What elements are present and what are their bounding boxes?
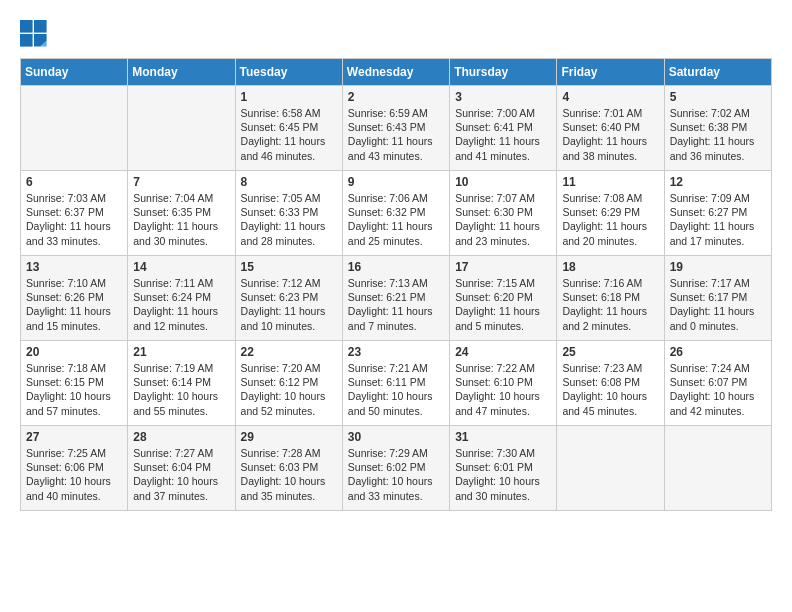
day-number: 23 [348,345,444,359]
calendar-cell: 26Sunrise: 7:24 AMSunset: 6:07 PMDayligh… [664,341,771,426]
day-number: 15 [241,260,337,274]
day-number: 27 [26,430,122,444]
cell-content: Daylight: 10 hours and 55 minutes. [133,389,229,417]
calendar-cell: 22Sunrise: 7:20 AMSunset: 6:12 PMDayligh… [235,341,342,426]
calendar-table: SundayMondayTuesdayWednesdayThursdayFrid… [20,58,772,511]
cell-content: Sunset: 6:32 PM [348,205,444,219]
calendar-cell: 25Sunrise: 7:23 AMSunset: 6:08 PMDayligh… [557,341,664,426]
cell-content: Sunset: 6:23 PM [241,290,337,304]
cell-content: Sunset: 6:41 PM [455,120,551,134]
calendar-cell: 15Sunrise: 7:12 AMSunset: 6:23 PMDayligh… [235,256,342,341]
cell-content: Sunset: 6:11 PM [348,375,444,389]
page-header [20,20,772,48]
cell-content: Daylight: 11 hours and 25 minutes. [348,219,444,247]
cell-content: Sunset: 6:35 PM [133,205,229,219]
cell-content: Sunrise: 7:19 AM [133,361,229,375]
calendar-cell: 6Sunrise: 7:03 AMSunset: 6:37 PMDaylight… [21,171,128,256]
cell-content: Sunrise: 7:03 AM [26,191,122,205]
day-header-sunday: Sunday [21,59,128,86]
cell-content: Daylight: 11 hours and 2 minutes. [562,304,658,332]
calendar-cell: 20Sunrise: 7:18 AMSunset: 6:15 PMDayligh… [21,341,128,426]
calendar-cell: 8Sunrise: 7:05 AMSunset: 6:33 PMDaylight… [235,171,342,256]
cell-content: Daylight: 10 hours and 45 minutes. [562,389,658,417]
week-row-1: 1Sunrise: 6:58 AMSunset: 6:45 PMDaylight… [21,86,772,171]
cell-content: Sunrise: 7:07 AM [455,191,551,205]
cell-content: Sunset: 6:04 PM [133,460,229,474]
week-row-2: 6Sunrise: 7:03 AMSunset: 6:37 PMDaylight… [21,171,772,256]
cell-content: Sunset: 6:33 PM [241,205,337,219]
cell-content: Sunset: 6:15 PM [26,375,122,389]
cell-content: Sunrise: 7:30 AM [455,446,551,460]
cell-content: Sunrise: 7:12 AM [241,276,337,290]
week-row-3: 13Sunrise: 7:10 AMSunset: 6:26 PMDayligh… [21,256,772,341]
calendar-cell: 13Sunrise: 7:10 AMSunset: 6:26 PMDayligh… [21,256,128,341]
calendar-cell: 1Sunrise: 6:58 AMSunset: 6:45 PMDaylight… [235,86,342,171]
logo-icon [20,20,48,48]
calendar-cell [21,86,128,171]
cell-content: Daylight: 11 hours and 0 minutes. [670,304,766,332]
day-number: 19 [670,260,766,274]
cell-content: Sunrise: 7:00 AM [455,106,551,120]
cell-content: Sunrise: 7:18 AM [26,361,122,375]
cell-content: Daylight: 11 hours and 10 minutes. [241,304,337,332]
calendar-cell: 19Sunrise: 7:17 AMSunset: 6:17 PMDayligh… [664,256,771,341]
calendar-cell: 27Sunrise: 7:25 AMSunset: 6:06 PMDayligh… [21,426,128,511]
calendar-cell [128,86,235,171]
svg-rect-0 [20,20,33,33]
cell-content: Sunset: 6:30 PM [455,205,551,219]
day-number: 20 [26,345,122,359]
calendar-cell: 5Sunrise: 7:02 AMSunset: 6:38 PMDaylight… [664,86,771,171]
calendar-cell: 2Sunrise: 6:59 AMSunset: 6:43 PMDaylight… [342,86,449,171]
cell-content: Sunrise: 7:20 AM [241,361,337,375]
cell-content: Sunrise: 7:02 AM [670,106,766,120]
cell-content: Sunrise: 6:58 AM [241,106,337,120]
svg-rect-2 [20,34,33,47]
day-number: 24 [455,345,551,359]
day-number: 26 [670,345,766,359]
cell-content: Sunset: 6:02 PM [348,460,444,474]
day-number: 14 [133,260,229,274]
calendar-cell: 17Sunrise: 7:15 AMSunset: 6:20 PMDayligh… [450,256,557,341]
cell-content: Sunset: 6:24 PM [133,290,229,304]
day-number: 3 [455,90,551,104]
day-number: 31 [455,430,551,444]
day-number: 18 [562,260,658,274]
cell-content: Daylight: 10 hours and 42 minutes. [670,389,766,417]
calendar-cell: 3Sunrise: 7:00 AMSunset: 6:41 PMDaylight… [450,86,557,171]
cell-content: Sunset: 6:07 PM [670,375,766,389]
cell-content: Sunrise: 7:21 AM [348,361,444,375]
cell-content: Sunset: 6:12 PM [241,375,337,389]
cell-content: Daylight: 11 hours and 23 minutes. [455,219,551,247]
calendar-cell [557,426,664,511]
cell-content: Sunrise: 7:28 AM [241,446,337,460]
cell-content: Daylight: 11 hours and 12 minutes. [133,304,229,332]
cell-content: Sunrise: 7:09 AM [670,191,766,205]
cell-content: Sunrise: 7:27 AM [133,446,229,460]
calendar-cell: 24Sunrise: 7:22 AMSunset: 6:10 PMDayligh… [450,341,557,426]
svg-rect-1 [34,20,47,33]
calendar-cell: 12Sunrise: 7:09 AMSunset: 6:27 PMDayligh… [664,171,771,256]
day-header-thursday: Thursday [450,59,557,86]
calendar-cell: 31Sunrise: 7:30 AMSunset: 6:01 PMDayligh… [450,426,557,511]
cell-content: Sunrise: 7:15 AM [455,276,551,290]
cell-content: Daylight: 11 hours and 30 minutes. [133,219,229,247]
cell-content: Daylight: 11 hours and 5 minutes. [455,304,551,332]
cell-content: Sunrise: 6:59 AM [348,106,444,120]
cell-content: Daylight: 11 hours and 43 minutes. [348,134,444,162]
cell-content: Sunset: 6:18 PM [562,290,658,304]
cell-content: Sunrise: 7:01 AM [562,106,658,120]
day-number: 1 [241,90,337,104]
day-number: 28 [133,430,229,444]
cell-content: Daylight: 11 hours and 20 minutes. [562,219,658,247]
calendar-cell: 16Sunrise: 7:13 AMSunset: 6:21 PMDayligh… [342,256,449,341]
cell-content: Sunrise: 7:23 AM [562,361,658,375]
day-number: 9 [348,175,444,189]
cell-content: Daylight: 11 hours and 33 minutes. [26,219,122,247]
calendar-cell: 9Sunrise: 7:06 AMSunset: 6:32 PMDaylight… [342,171,449,256]
cell-content: Sunset: 6:20 PM [455,290,551,304]
day-number: 11 [562,175,658,189]
cell-content: Sunrise: 7:10 AM [26,276,122,290]
day-number: 6 [26,175,122,189]
calendar-cell: 18Sunrise: 7:16 AMSunset: 6:18 PMDayligh… [557,256,664,341]
cell-content: Sunset: 6:27 PM [670,205,766,219]
